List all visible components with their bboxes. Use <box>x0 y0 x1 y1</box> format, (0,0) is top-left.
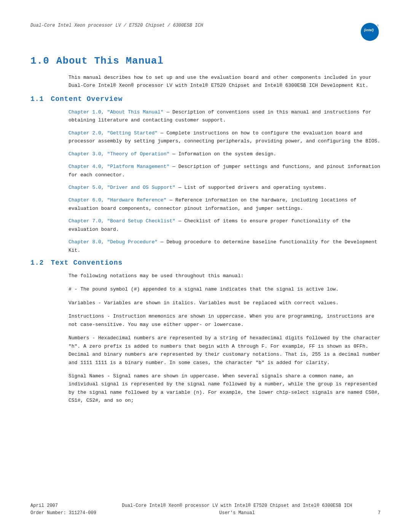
section-1-2-title: 1.2Text Conventions <box>30 259 381 267</box>
chapter-6-link[interactable]: Chapter 6.0, "Hardware Reference" <box>68 197 166 203</box>
chapter-8-link[interactable]: Chapter 8.0, "Debug Procedure" <box>68 239 158 245</box>
footer-date: April 2007 <box>30 502 96 510</box>
footer: April 2007 Order Number: 311274-009 Dual… <box>30 502 381 517</box>
list-item: Chapter 8.0, "Debug Procedure" — Debug p… <box>30 238 381 254</box>
text-convention-1: # - The pound symbol (#) appended to a s… <box>30 285 381 293</box>
intel-logo-icon: (intel) ® <box>354 23 381 44</box>
list-item: Chapter 3.0, "Theory of Operation" — Inf… <box>30 150 381 158</box>
list-item: Chapter 6.0, "Hardware Reference" — Refe… <box>30 196 381 212</box>
chapter-7-link[interactable]: Chapter 7.0, "Board Setup Checklist" <box>68 218 175 224</box>
main-content: 1.0About This Manual This manual describ… <box>30 55 381 405</box>
page: Dual-Core Intel Xeon processor LV / E752… <box>0 0 411 532</box>
footer-center-line2: User's Manual <box>122 510 352 517</box>
section-1-label: About This Manual <box>56 55 164 67</box>
section-1-number: 1.0 <box>30 55 49 67</box>
list-item: Chapter 5.0, "Driver and OS Support" — L… <box>30 184 381 192</box>
chapter-4-link[interactable]: Chapter 4.0, "Platform Management" <box>68 164 169 169</box>
footer-page: 7 <box>378 510 381 517</box>
section-1-title: 1.0About This Manual <box>30 55 381 67</box>
footer-center-line1: Dual-Core Intel® Xeon® processor LV with… <box>122 502 352 510</box>
footer-left: April 2007 Order Number: 311274-009 <box>30 502 96 517</box>
chapter-5-desc: — List of supported drivers and operatin… <box>175 185 327 190</box>
footer-order: Order Number: 311274-009 <box>30 510 96 517</box>
list-item: Chapter 7.0, "Board Setup Checklist" — C… <box>30 217 381 233</box>
chapter-5-link[interactable]: Chapter 5.0, "Driver and OS Support" <box>68 185 175 190</box>
header-bar: Dual-Core Intel Xeon processor LV / E752… <box>30 23 381 44</box>
section-1-2-number: 1.2 <box>30 259 44 267</box>
list-item: Chapter 2.0, "Getting Started" — Complet… <box>30 129 381 145</box>
section-1-body: This manual describes how to set up and … <box>30 73 381 90</box>
chapter-3-link[interactable]: Chapter 3.0, "Theory of Operation" <box>68 151 169 157</box>
text-convention-5: Signal Names - Signal names are shown in… <box>30 372 381 405</box>
svg-text:®: ® <box>377 24 379 27</box>
list-item: Chapter 4.0, "Platform Management" — Des… <box>30 163 381 179</box>
header-title: Dual-Core Intel Xeon processor LV / E752… <box>30 23 203 28</box>
chapter-2-link[interactable]: Chapter 2.0, "Getting Started" <box>68 130 158 136</box>
section-1-2-label: Text Conventions <box>51 259 123 267</box>
text-convention-3: Instructions - Instruction mnemonics are… <box>30 312 381 329</box>
text-convention-4: Numbers - Hexadecimal numbers are repres… <box>30 334 381 367</box>
chapter-1-link[interactable]: Chapter 1.0, "About This Manual" <box>68 109 164 115</box>
footer-center: Dual-Core Intel® Xeon® processor LV with… <box>122 502 352 517</box>
section-1-2-container: 1.2Text Conventions The following notati… <box>30 259 381 405</box>
section-1-2-intro: The following notations may be used thro… <box>30 272 381 280</box>
section-1-1-title: 1.1Content Overview <box>30 95 381 103</box>
svg-text:(intel): (intel) <box>364 28 374 32</box>
section-1-1-number: 1.1 <box>30 95 44 103</box>
section-1-1-label: Content Overview <box>51 95 123 103</box>
footer-right: 7 <box>378 510 381 517</box>
text-convention-2: Variables - Variables are shown in itali… <box>30 299 381 307</box>
list-item: Chapter 1.0, "About This Manual" — Descr… <box>30 108 381 125</box>
section-1-1-container: 1.1Content Overview Chapter 1.0, "About … <box>30 95 381 254</box>
chapter-3-desc: — Information on the system design. <box>169 151 276 157</box>
